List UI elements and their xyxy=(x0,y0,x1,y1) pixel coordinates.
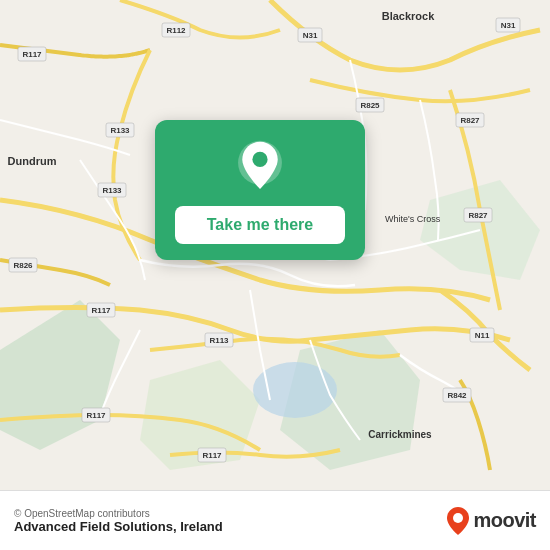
svg-text:R113: R113 xyxy=(209,336,229,345)
svg-text:R112: R112 xyxy=(166,26,186,35)
svg-text:R117: R117 xyxy=(202,451,222,460)
copyright-text: © OpenStreetMap contributors xyxy=(14,508,223,519)
location-title: Advanced Field Solutions, Ireland xyxy=(14,519,223,534)
svg-text:R825: R825 xyxy=(360,101,380,110)
footer-left: © OpenStreetMap contributors Advanced Fi… xyxy=(14,508,223,534)
svg-text:R827: R827 xyxy=(468,211,488,220)
svg-text:R827: R827 xyxy=(460,116,480,125)
moovit-text: moovit xyxy=(473,509,536,532)
take-me-there-button[interactable]: Take me there xyxy=(175,206,345,244)
svg-text:R117: R117 xyxy=(22,50,42,59)
svg-point-4 xyxy=(253,362,337,418)
svg-text:R117: R117 xyxy=(86,411,106,420)
svg-text:Blackrock: Blackrock xyxy=(382,10,435,22)
svg-text:White's Cross: White's Cross xyxy=(385,214,441,224)
moovit-pin-icon xyxy=(447,507,469,535)
svg-marker-0 xyxy=(0,300,120,450)
svg-text:R826: R826 xyxy=(13,261,33,270)
svg-text:Carrickmines: Carrickmines xyxy=(368,429,432,440)
moovit-logo: moovit xyxy=(447,507,536,535)
svg-point-42 xyxy=(252,152,267,167)
svg-text:Dundrum: Dundrum xyxy=(8,155,57,167)
svg-point-43 xyxy=(453,513,463,523)
svg-text:R133: R133 xyxy=(102,186,122,195)
map-container: R117 R112 N31 N31 R825 R827 R827 R133 R1… xyxy=(0,0,550,490)
footer-bar: © OpenStreetMap contributors Advanced Fi… xyxy=(0,490,550,550)
card-overlay: Take me there xyxy=(155,120,365,260)
svg-text:N31: N31 xyxy=(501,21,516,30)
svg-text:R117: R117 xyxy=(91,306,111,315)
svg-text:R842: R842 xyxy=(447,391,467,400)
location-pin-icon xyxy=(233,140,287,194)
svg-text:N11: N11 xyxy=(475,331,490,340)
svg-text:N31: N31 xyxy=(303,31,318,40)
svg-text:R133: R133 xyxy=(110,126,130,135)
